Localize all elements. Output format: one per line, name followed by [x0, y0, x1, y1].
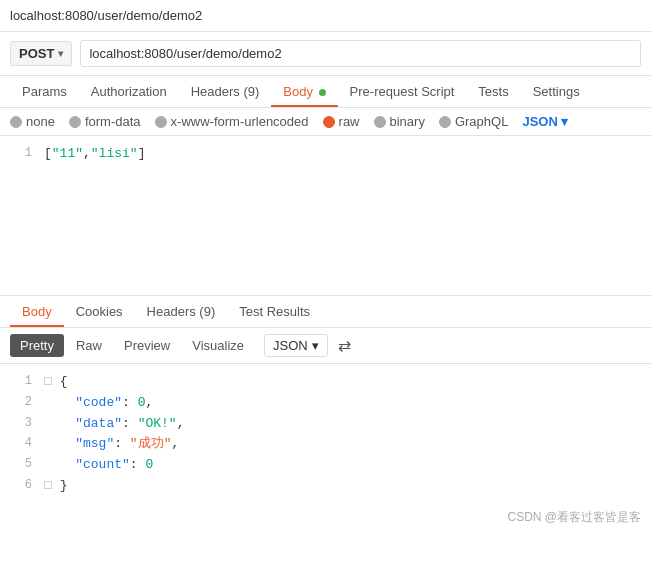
- response-line-6: 6 □ }: [0, 476, 651, 497]
- body-type-bar: none form-data x-www-form-urlencoded raw…: [0, 108, 651, 136]
- body-type-formdata[interactable]: form-data: [69, 114, 141, 129]
- method-label: POST: [19, 46, 54, 61]
- response-line-5: 5 "count": 0: [0, 455, 651, 476]
- method-chevron-icon: ▾: [58, 48, 63, 59]
- response-line-3: 3 "data": "OK!",: [0, 414, 651, 435]
- tab-headers[interactable]: Headers (9): [179, 76, 272, 107]
- preview-button[interactable]: Preview: [114, 334, 180, 357]
- response-format-select[interactable]: JSON ▾: [264, 334, 328, 357]
- radio-binary: [374, 116, 386, 128]
- body-type-graphql[interactable]: GraphQL: [439, 114, 508, 129]
- raw-button[interactable]: Raw: [66, 334, 112, 357]
- response-tab-headers[interactable]: Headers (9): [135, 296, 228, 327]
- method-selector[interactable]: POST ▾: [10, 41, 72, 66]
- radio-graphql: [439, 116, 451, 128]
- radio-formdata: [69, 116, 81, 128]
- url-bar: localhost:8080/user/demo/demo2: [0, 0, 651, 32]
- json-type-selector[interactable]: JSON ▾: [522, 114, 568, 129]
- response-code-area: 1 □ { 2 "code": 0, 3 "data": "OK!", 4 "m…: [0, 364, 651, 505]
- tab-tests[interactable]: Tests: [466, 76, 520, 107]
- body-type-none[interactable]: none: [10, 114, 55, 129]
- url-display: localhost:8080/user/demo/demo2: [10, 8, 202, 23]
- tab-settings[interactable]: Settings: [521, 76, 592, 107]
- response-tab-cookies[interactable]: Cookies: [64, 296, 135, 327]
- pretty-button[interactable]: Pretty: [10, 334, 64, 357]
- request-url-input[interactable]: [80, 40, 641, 67]
- response-tabs: Body Cookies Headers (9) Test Results: [0, 296, 651, 328]
- code-editor[interactable]: 1 ["11","lisi"]: [0, 136, 651, 296]
- response-tab-testresults[interactable]: Test Results: [227, 296, 322, 327]
- response-line-4: 4 "msg": "成功",: [0, 434, 651, 455]
- body-type-raw[interactable]: raw: [323, 114, 360, 129]
- tab-prerequest[interactable]: Pre-request Script: [338, 76, 467, 107]
- tab-body[interactable]: Body: [271, 76, 337, 107]
- body-active-dot: [319, 89, 326, 96]
- radio-raw: [323, 116, 335, 128]
- response-tab-body[interactable]: Body: [10, 296, 64, 327]
- body-type-urlencoded[interactable]: x-www-form-urlencoded: [155, 114, 309, 129]
- tab-authorization[interactable]: Authorization: [79, 76, 179, 107]
- tab-params[interactable]: Params: [10, 76, 79, 107]
- request-tabs: Params Authorization Headers (9) Body Pr…: [0, 76, 651, 108]
- editor-line-1: 1 ["11","lisi"]: [0, 144, 651, 165]
- radio-none: [10, 116, 22, 128]
- body-type-binary[interactable]: binary: [374, 114, 425, 129]
- format-chevron-icon: ▾: [312, 338, 319, 353]
- radio-urlencoded: [155, 116, 167, 128]
- request-bar: POST ▾: [0, 32, 651, 76]
- watermark: CSDN @看客过客皆是客: [0, 505, 651, 530]
- response-line-1: 1 □ {: [0, 372, 651, 393]
- response-line-2: 2 "code": 0,: [0, 393, 651, 414]
- visualize-button[interactable]: Visualize: [182, 334, 254, 357]
- filter-icon[interactable]: ⇄: [338, 336, 351, 355]
- response-format-bar: Pretty Raw Preview Visualize JSON ▾ ⇄: [0, 328, 651, 364]
